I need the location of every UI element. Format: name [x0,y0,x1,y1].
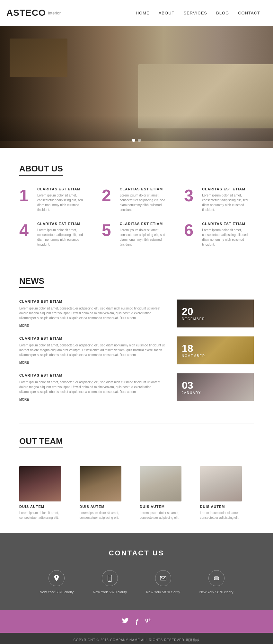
news-more-2[interactable]: MORE [19,361,29,364]
team-photo-3 [140,466,181,501]
contact-item-print: New York 5870 clarity [199,570,233,594]
hero-section [0,26,273,148]
news-heading-3: CLARITAS EST ETIAM [19,373,167,377]
about-text-6: Lorem ipsum dolor sit amet, consectetuer… [202,228,254,247]
team-desc-4: Lorem ipsum dolor sit amet, consectetuer… [200,510,254,520]
team-photo-img-4 [200,466,242,501]
location-icon [48,570,65,586]
news-heading-1: CLARITAS EST ETIAM [19,300,167,303]
about-grid: 1 CLARITAS EST ETIAM Lorem ipsum dolor s… [19,187,254,247]
about-text-3: Lorem ipsum dolor sit amet, consectetuer… [202,193,254,212]
facebook-icon[interactable]: f [136,617,138,626]
hero-dot-2[interactable] [138,139,141,142]
email-icon [155,570,171,586]
team-photo-img-1 [19,466,61,501]
about-num-5: 5 [102,222,115,239]
news-item-1: CLARITAS EST ETIAM Lorem ipsum dolor sit… [19,300,167,328]
team-member-1: DUIS AUTEM Lorem ipsum dolor sit amet, c… [19,466,73,520]
contact-section: CONTACT US New York 5870 clarity New Yor… [0,533,273,610]
news-section: NEWS CLARITAS EST ETIAM Lorem ipsum dolo… [0,263,273,423]
contact-item-location: New York 5870 clarity [40,570,74,594]
about-item-2: 2 CLARITAS EST ETIAM Lorem ipsum dolor s… [102,187,172,212]
team-member-3: DUIS AUTEM Lorem ipsum dolor sit amet, c… [140,466,194,520]
team-photo-1 [19,466,61,501]
news-more-3[interactable]: MORE [19,398,29,401]
news-text-3: Lorem ipsum dolor sit amet, consectetuer… [19,380,167,394]
team-desc-1: Lorem ipsum dolor sit amet, consectetuer… [19,510,73,520]
contact-title: CONTACT US [19,549,254,557]
news-photo-date-3: 03 JANUARY [177,373,254,401]
team-photo-img-2 [80,466,121,501]
svg-rect-2 [109,576,111,576]
hero-image [0,26,273,148]
news-photo-1: 20 DECEMBER [177,300,254,327]
svg-rect-3 [160,576,166,580]
site-header: ASTECO Interior HOME ABOUT SERVICES BLOG… [0,0,273,26]
about-text-2: Lorem ipsum dolor sit amet, consectetuer… [120,193,172,212]
about-content-4: CLARITAS EST ETIAM Lorem ipsum dolor sit… [37,222,89,247]
team-photo-4 [200,466,242,501]
phone-icon [102,570,118,586]
about-text-5: Lorem ipsum dolor sit amet, consectetuer… [120,228,172,247]
news-photo-month-2: NOVEMBER [182,354,205,358]
contact-icons: New York 5870 clarity New York 5870 clar… [19,570,254,594]
main-nav: HOME ABOUT SERVICES BLOG CONTACT [67,0,273,26]
news-text-1: Lorem ipsum dolor sit amet, consectetuer… [19,306,167,320]
about-item-1: 1 CLARITAS EST ETIAM Lorem ipsum dolor s… [19,187,89,212]
news-inner: CLARITAS EST ETIAM Lorem ipsum dolor sit… [19,300,254,410]
hero-dot-1[interactable] [132,139,135,142]
about-heading-3: CLARITAS EST ETIAM [202,187,254,191]
about-item-4: 4 CLARITAS EST ETIAM Lorem ipsum dolor s… [19,222,89,247]
contact-label-email: New York 5870 clarity [146,590,180,594]
logo-text: ASTECO [6,8,46,18]
team-desc-2: Lorem ipsum dolor sit amet, consectetuer… [80,510,134,520]
contact-item-phone: New York 5870 clarity [93,570,127,594]
about-item-3: 3 CLARITAS EST ETIAM Lorem ipsum dolor s… [184,187,254,212]
about-heading-5: CLARITAS EST ETIAM [120,222,172,226]
about-content-1: CLARITAS EST ETIAM Lorem ipsum dolor sit… [37,187,89,212]
about-item-6: 6 CLARITAS EST ETIAM Lorem ipsum dolor s… [184,222,254,247]
about-section: ABOUT US 1 CLARITAS EST ETIAM Lorem ipsu… [0,148,273,263]
about-item-5: 5 CLARITAS EST ETIAM Lorem ipsum dolor s… [102,222,172,247]
news-item-3: CLARITAS EST ETIAM Lorem ipsum dolor sit… [19,373,167,402]
team-grid: DUIS AUTEM Lorem ipsum dolor sit amet, c… [19,466,254,520]
logo-box: ASTECO Interior [0,0,67,26]
nav-contact[interactable]: CONTACT [238,11,260,15]
contact-item-email: New York 5870 clarity [146,570,180,594]
news-photo-day-3: 03 [182,380,193,390]
nav-services[interactable]: SERVICES [183,11,207,15]
nav-home[interactable]: HOME [136,11,150,15]
news-photo-3: 03 JANUARY [177,373,254,401]
team-name-3: DUIS AUTEM [140,505,194,509]
about-content-6: CLARITAS EST ETIAM Lorem ipsum dolor sit… [202,222,254,247]
googleplus-icon[interactable]: g+ [145,617,151,626]
about-num-3: 3 [184,187,197,204]
copyright-text: COPYRIGHT © 2016 COMPANY NAME ALL RIGHTS… [73,638,199,642]
news-photo-month-3: JANUARY [182,391,201,395]
team-name-4: DUIS AUTEM [200,505,254,509]
about-num-1: 1 [19,187,32,204]
team-member-4: DUIS AUTEM Lorem ipsum dolor sit amet, c… [200,466,254,520]
twitter-icon[interactable] [122,617,129,626]
footer-copyright: COPYRIGHT © 2016 COMPANY NAME ALL RIGHTS… [0,633,273,644]
about-content-3: CLARITAS EST ETIAM Lorem ipsum dolor sit… [202,187,254,212]
news-more-1[interactable]: MORE [19,324,29,327]
news-photo-2: 18 NOVEMBER [177,336,254,364]
team-section: OUT TEAM DUIS AUTEM Lorem ipsum dolor si… [0,423,273,533]
about-num-6: 6 [184,222,197,239]
nav-about[interactable]: ABOUT [159,11,175,15]
about-num-2: 2 [102,187,115,204]
about-num-4: 4 [19,222,32,239]
footer-social: f g+ [0,610,273,633]
news-photo-day-1: 20 [182,306,193,317]
svg-rect-5 [215,579,218,580]
news-photo-day-2: 18 [182,343,193,353]
about-content-2: CLARITAS EST ETIAM Lorem ipsum dolor sit… [120,187,172,212]
team-title: OUT TEAM [19,436,63,448]
about-heading-6: CLARITAS EST ETIAM [202,222,254,226]
news-item-2: CLARITAS EST ETIAM Lorem ipsum dolor sit… [19,336,167,365]
about-content-5: CLARITAS EST ETIAM Lorem ipsum dolor sit… [120,222,172,247]
news-heading-2: CLARITAS EST ETIAM [19,336,167,340]
nav-blog[interactable]: BLOG [216,11,229,15]
team-photo-img-3 [140,466,181,501]
